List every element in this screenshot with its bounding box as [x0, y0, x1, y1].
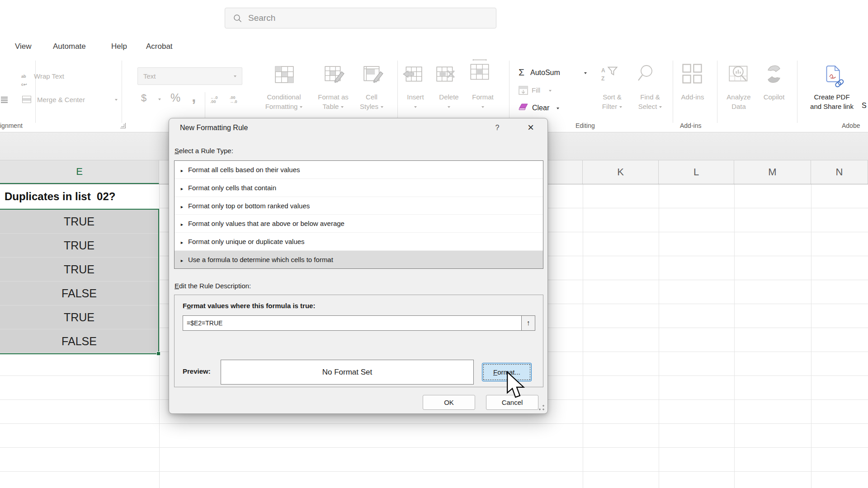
rule-option-3[interactable]: Format only top or bottom ranked values [175, 197, 543, 215]
chevron-down-icon [381, 106, 383, 108]
alignment-dialog-launcher-icon[interactable] [120, 123, 126, 128]
conditional-formatting-icon[interactable] [274, 64, 295, 85]
conditional-formatting-button[interactable]: Conditional Formatting [255, 92, 313, 111]
cell-E6[interactable]: TRUE [0, 305, 158, 329]
rule-option-5[interactable]: Format only unique or duplicate values [175, 233, 543, 251]
find-select-icon[interactable] [637, 64, 656, 84]
clear-button[interactable]: Clear [518, 103, 529, 115]
search-box[interactable] [225, 8, 496, 28]
format-button[interactable]: Format [467, 92, 499, 111]
sort-filter-icon[interactable] [601, 66, 618, 82]
delete-cells-icon[interactable] [435, 64, 456, 85]
selected-range-E2-E7[interactable]: TRUE TRUE TRUE FALSE TRUE FALSE [0, 209, 159, 354]
group-label-adobe: Adobe [842, 122, 860, 129]
cell-E2[interactable]: TRUE [0, 210, 158, 234]
cell-E1[interactable]: Duplicates in list 02? [0, 184, 159, 209]
sort-filter-button[interactable]: Sort & Filter [594, 92, 630, 111]
rule-arrow-icon [180, 184, 188, 192]
fill-button[interactable]: Fill [519, 86, 528, 97]
tab-view[interactable]: View [15, 40, 32, 53]
rule-option-4[interactable]: Format only values that are above or bel… [175, 215, 543, 233]
chevron-down-icon [341, 106, 344, 108]
analyze-data-icon[interactable] [728, 63, 750, 85]
chevron-down-icon [414, 106, 417, 108]
new-formatting-rule-dialog: New Formatting Rule ? × Select a Rule Ty… [169, 118, 548, 414]
add-ins-icon[interactable] [681, 62, 703, 85]
resize-grip[interactable] [538, 404, 545, 411]
tab-help[interactable]: Help [111, 40, 127, 53]
fill-handle[interactable] [156, 352, 160, 356]
insert-button[interactable]: Insert [401, 92, 430, 111]
chevron-down-icon[interactable] [115, 99, 118, 101]
cell-E7[interactable]: FALSE [0, 329, 158, 353]
excel-window: View Automate Help Acrobat Wrap Text Mer… [0, 0, 868, 488]
chevron-down-icon [619, 106, 622, 108]
copilot-icon[interactable] [763, 63, 785, 85]
column-header-L[interactable]: L [659, 160, 734, 184]
wrap-text-button[interactable]: Wrap Text [21, 71, 27, 88]
chevron-down-icon [234, 75, 236, 77]
cell-E4[interactable]: TRUE [0, 258, 158, 282]
create-pdf-button[interactable]: Create PDFand Share link [804, 92, 860, 111]
percent-button[interactable]: % [170, 91, 180, 104]
ok-button[interactable]: OK [423, 395, 475, 410]
tab-automate[interactable]: Automate [53, 40, 86, 53]
create-pdf-icon[interactable] [825, 65, 845, 88]
chevron-down-icon [549, 90, 552, 92]
tab-acrobat[interactable]: Acrobat [146, 40, 173, 53]
rule-description-box: Format values where this formula is true… [174, 295, 543, 387]
column-header-M[interactable]: M [734, 160, 811, 184]
chevron-down-icon[interactable] [584, 72, 587, 74]
clear-eraser-icon [518, 103, 529, 113]
rule-option-6[interactable]: Use a formula to determine which cells t… [175, 251, 543, 268]
close-icon[interactable]: × [524, 118, 537, 137]
comma-button[interactable]: , [192, 88, 196, 105]
search-icon [233, 14, 242, 23]
decrease-decimal-icon[interactable]: .00 →.0 [230, 96, 237, 104]
increase-decimal-icon[interactable]: ←.0 .00 [210, 96, 218, 104]
format-as-table-icon[interactable] [324, 64, 344, 85]
cell-E5[interactable]: FALSE [0, 282, 158, 305]
search-input[interactable] [248, 13, 483, 23]
format-preview: No Format Set [221, 360, 474, 385]
add-ins-button[interactable]: Add-ins [678, 92, 707, 102]
copilot-button[interactable]: Copilot [760, 92, 788, 102]
number-format-select[interactable]: Text [137, 67, 242, 85]
chevron-down-icon[interactable] [557, 108, 559, 109]
rule-option-2[interactable]: Format only cells that contain [175, 179, 543, 197]
justify-icon[interactable] [1, 97, 8, 103]
find-select-button[interactable]: Find & Select [632, 92, 668, 111]
format-cells-icon[interactable] [469, 59, 490, 85]
help-icon[interactable]: ? [492, 118, 503, 137]
rule-type-list: Format all cells based on their values F… [174, 160, 543, 269]
range-picker-button[interactable] [521, 316, 535, 330]
column-header-K[interactable]: K [583, 160, 659, 184]
autosum-button[interactable]: Σ AutoSum [519, 67, 524, 78]
wrap-text-label: Wrap Text [34, 72, 64, 80]
gridline [583, 184, 583, 488]
column-header-J-partial[interactable] [548, 160, 583, 184]
clear-label: Clear [532, 104, 549, 112]
merge-center-button[interactable]: Merge & Center [22, 96, 31, 105]
title-bar: View Automate Help Acrobat [0, 0, 868, 54]
cell-E3[interactable]: TRUE [0, 234, 158, 258]
format-as-table-button[interactable]: Format as Table [313, 92, 354, 111]
merge-center-icon [22, 96, 31, 103]
column-header-N[interactable]: N [811, 160, 868, 184]
group-label-alignment: ignment [0, 122, 23, 129]
gridline [734, 184, 735, 488]
group-label-addins: Add-ins [680, 122, 701, 129]
chevron-down-icon[interactable] [158, 99, 161, 100]
wrap-text-icon [21, 71, 27, 87]
rule-option-1[interactable]: Format all cells based on their values [175, 161, 543, 179]
next-button-partial: S [862, 102, 867, 110]
delete-button[interactable]: Delete [434, 92, 464, 111]
cell-styles-icon[interactable] [363, 64, 383, 85]
cell-styles-button[interactable]: Cell Styles [353, 92, 391, 111]
column-header-E[interactable]: E [0, 160, 159, 184]
analyze-data-button[interactable]: AnalyzeData [722, 92, 756, 111]
rule-arrow-icon [180, 220, 188, 227]
insert-cells-icon[interactable] [402, 64, 423, 85]
currency-button[interactable]: $ [141, 92, 146, 104]
formula-input[interactable] [183, 316, 521, 330]
